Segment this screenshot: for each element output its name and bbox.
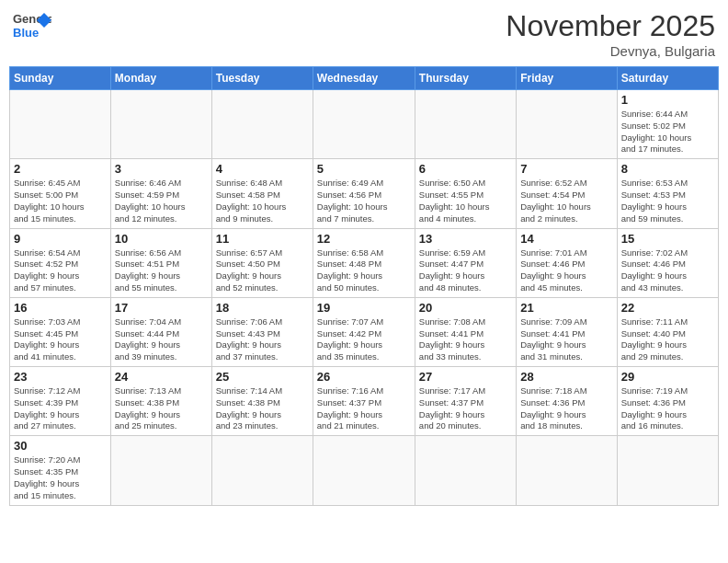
col-header-saturday: Saturday bbox=[617, 67, 718, 90]
week-row-3: 9Sunrise: 6:54 AM Sunset: 4:52 PM Daylig… bbox=[10, 228, 719, 297]
month-title: November 2025 bbox=[506, 9, 715, 43]
day-number: 25 bbox=[216, 370, 309, 384]
day-number: 3 bbox=[115, 162, 208, 176]
day-info: Sunrise: 6:44 AM Sunset: 5:02 PM Dayligh… bbox=[621, 109, 714, 155]
day-info: Sunrise: 6:52 AM Sunset: 4:54 PM Dayligh… bbox=[520, 178, 612, 224]
day-cell: 21Sunrise: 7:09 AM Sunset: 4:41 PM Dayli… bbox=[517, 297, 617, 366]
day-cell bbox=[517, 90, 617, 159]
col-header-sunday: Sunday bbox=[10, 67, 111, 90]
day-number: 21 bbox=[520, 301, 612, 315]
day-info: Sunrise: 7:06 AM Sunset: 4:43 PM Dayligh… bbox=[216, 316, 309, 363]
day-cell bbox=[517, 436, 617, 505]
day-info: Sunrise: 7:19 AM Sunset: 4:36 PM Dayligh… bbox=[621, 385, 714, 432]
day-number: 19 bbox=[317, 301, 411, 315]
day-info: Sunrise: 7:04 AM Sunset: 4:44 PM Dayligh… bbox=[115, 316, 208, 363]
day-cell: 30Sunrise: 7:20 AM Sunset: 4:35 PM Dayli… bbox=[10, 436, 111, 505]
week-row-1: 1Sunrise: 6:44 AM Sunset: 5:02 PM Daylig… bbox=[10, 90, 719, 159]
day-cell: 20Sunrise: 7:08 AM Sunset: 4:41 PM Dayli… bbox=[415, 297, 516, 366]
day-cell: 29Sunrise: 7:19 AM Sunset: 4:36 PM Dayli… bbox=[617, 367, 718, 436]
day-cell bbox=[10, 90, 111, 159]
week-row-6: 30Sunrise: 7:20 AM Sunset: 4:35 PM Dayli… bbox=[10, 436, 719, 505]
day-cell: 9Sunrise: 6:54 AM Sunset: 4:52 PM Daylig… bbox=[10, 228, 111, 297]
day-info: Sunrise: 7:17 AM Sunset: 4:37 PM Dayligh… bbox=[419, 385, 512, 432]
day-info: Sunrise: 7:03 AM Sunset: 4:45 PM Dayligh… bbox=[14, 316, 107, 363]
day-cell bbox=[415, 90, 516, 159]
location-subtitle: Devnya, Bulgaria bbox=[506, 43, 715, 59]
day-info: Sunrise: 7:12 AM Sunset: 4:39 PM Dayligh… bbox=[14, 385, 107, 432]
day-info: Sunrise: 7:09 AM Sunset: 4:41 PM Dayligh… bbox=[520, 316, 612, 363]
day-info: Sunrise: 6:50 AM Sunset: 4:55 PM Dayligh… bbox=[419, 178, 512, 224]
day-number: 11 bbox=[216, 232, 309, 246]
day-cell bbox=[313, 90, 415, 159]
day-cell: 24Sunrise: 7:13 AM Sunset: 4:38 PM Dayli… bbox=[110, 367, 211, 436]
day-number: 28 bbox=[520, 370, 612, 384]
day-cell: 4Sunrise: 6:48 AM Sunset: 4:58 PM Daylig… bbox=[211, 159, 313, 228]
day-info: Sunrise: 6:57 AM Sunset: 4:50 PM Dayligh… bbox=[216, 247, 309, 294]
logo-svg: General Blue bbox=[13, 9, 51, 44]
day-number: 18 bbox=[216, 301, 309, 315]
day-cell: 17Sunrise: 7:04 AM Sunset: 4:44 PM Dayli… bbox=[110, 297, 211, 366]
day-info: Sunrise: 6:46 AM Sunset: 4:59 PM Dayligh… bbox=[115, 178, 208, 224]
col-header-friday: Friday bbox=[517, 67, 617, 90]
day-cell: 12Sunrise: 6:58 AM Sunset: 4:48 PM Dayli… bbox=[313, 228, 415, 297]
svg-text:Blue: Blue bbox=[13, 26, 39, 40]
day-info: Sunrise: 6:48 AM Sunset: 4:58 PM Dayligh… bbox=[216, 178, 309, 224]
day-cell: 13Sunrise: 6:59 AM Sunset: 4:47 PM Dayli… bbox=[415, 228, 516, 297]
day-info: Sunrise: 6:45 AM Sunset: 5:00 PM Dayligh… bbox=[14, 178, 107, 224]
day-number: 12 bbox=[317, 232, 411, 246]
day-info: Sunrise: 6:56 AM Sunset: 4:51 PM Dayligh… bbox=[115, 247, 208, 294]
day-info: Sunrise: 7:13 AM Sunset: 4:38 PM Dayligh… bbox=[115, 385, 208, 432]
day-info: Sunrise: 7:08 AM Sunset: 4:41 PM Dayligh… bbox=[419, 316, 512, 363]
day-info: Sunrise: 7:07 AM Sunset: 4:42 PM Dayligh… bbox=[317, 316, 411, 363]
day-number: 22 bbox=[621, 301, 714, 315]
day-number: 13 bbox=[419, 232, 512, 246]
day-info: Sunrise: 6:54 AM Sunset: 4:52 PM Dayligh… bbox=[14, 247, 107, 294]
calendar-table: SundayMondayTuesdayWednesdayThursdayFrid… bbox=[9, 66, 719, 506]
day-cell: 22Sunrise: 7:11 AM Sunset: 4:40 PM Dayli… bbox=[617, 297, 718, 366]
day-cell: 19Sunrise: 7:07 AM Sunset: 4:42 PM Dayli… bbox=[313, 297, 415, 366]
day-number: 5 bbox=[317, 162, 411, 176]
day-info: Sunrise: 7:14 AM Sunset: 4:38 PM Dayligh… bbox=[216, 385, 309, 432]
day-cell: 3Sunrise: 6:46 AM Sunset: 4:59 PM Daylig… bbox=[110, 159, 211, 228]
day-cell: 1Sunrise: 6:44 AM Sunset: 5:02 PM Daylig… bbox=[617, 90, 718, 159]
week-row-5: 23Sunrise: 7:12 AM Sunset: 4:39 PM Dayli… bbox=[10, 367, 719, 436]
logo: General Blue bbox=[13, 9, 51, 44]
day-cell: 11Sunrise: 6:57 AM Sunset: 4:50 PM Dayli… bbox=[211, 228, 313, 297]
day-number: 30 bbox=[14, 439, 107, 453]
day-cell bbox=[313, 436, 415, 505]
day-cell: 27Sunrise: 7:17 AM Sunset: 4:37 PM Dayli… bbox=[415, 367, 516, 436]
day-cell: 5Sunrise: 6:49 AM Sunset: 4:56 PM Daylig… bbox=[313, 159, 415, 228]
day-cell bbox=[617, 436, 718, 505]
day-cell: 14Sunrise: 7:01 AM Sunset: 4:46 PM Dayli… bbox=[517, 228, 617, 297]
day-cell bbox=[211, 90, 313, 159]
day-number: 27 bbox=[419, 370, 512, 384]
day-info: Sunrise: 6:59 AM Sunset: 4:47 PM Dayligh… bbox=[419, 247, 512, 294]
day-number: 14 bbox=[520, 232, 612, 246]
day-info: Sunrise: 7:01 AM Sunset: 4:46 PM Dayligh… bbox=[520, 247, 612, 294]
page-header: General Blue November 2025 Devnya, Bulga… bbox=[9, 9, 719, 59]
week-row-4: 16Sunrise: 7:03 AM Sunset: 4:45 PM Dayli… bbox=[10, 297, 719, 366]
day-number: 26 bbox=[317, 370, 411, 384]
day-number: 15 bbox=[621, 232, 714, 246]
day-cell: 2Sunrise: 6:45 AM Sunset: 5:00 PM Daylig… bbox=[10, 159, 111, 228]
col-header-tuesday: Tuesday bbox=[211, 67, 313, 90]
day-cell: 10Sunrise: 6:56 AM Sunset: 4:51 PM Dayli… bbox=[110, 228, 211, 297]
day-cell: 15Sunrise: 7:02 AM Sunset: 4:46 PM Dayli… bbox=[617, 228, 718, 297]
day-number: 23 bbox=[14, 370, 107, 384]
day-number: 7 bbox=[520, 162, 612, 176]
day-cell: 23Sunrise: 7:12 AM Sunset: 4:39 PM Dayli… bbox=[10, 367, 111, 436]
calendar-header-row: SundayMondayTuesdayWednesdayThursdayFrid… bbox=[10, 67, 719, 90]
day-cell: 6Sunrise: 6:50 AM Sunset: 4:55 PM Daylig… bbox=[415, 159, 516, 228]
day-cell: 28Sunrise: 7:18 AM Sunset: 4:36 PM Dayli… bbox=[517, 367, 617, 436]
day-cell: 16Sunrise: 7:03 AM Sunset: 4:45 PM Dayli… bbox=[10, 297, 111, 366]
day-info: Sunrise: 7:16 AM Sunset: 4:37 PM Dayligh… bbox=[317, 385, 411, 432]
day-cell: 8Sunrise: 6:53 AM Sunset: 4:53 PM Daylig… bbox=[617, 159, 718, 228]
day-number: 29 bbox=[621, 370, 714, 384]
day-info: Sunrise: 6:53 AM Sunset: 4:53 PM Dayligh… bbox=[621, 178, 714, 224]
day-number: 20 bbox=[419, 301, 512, 315]
title-block: November 2025 Devnya, Bulgaria bbox=[506, 9, 715, 59]
day-number: 24 bbox=[115, 370, 208, 384]
day-number: 10 bbox=[115, 232, 208, 246]
day-info: Sunrise: 6:49 AM Sunset: 4:56 PM Dayligh… bbox=[317, 178, 411, 224]
day-info: Sunrise: 7:18 AM Sunset: 4:36 PM Dayligh… bbox=[520, 385, 612, 432]
